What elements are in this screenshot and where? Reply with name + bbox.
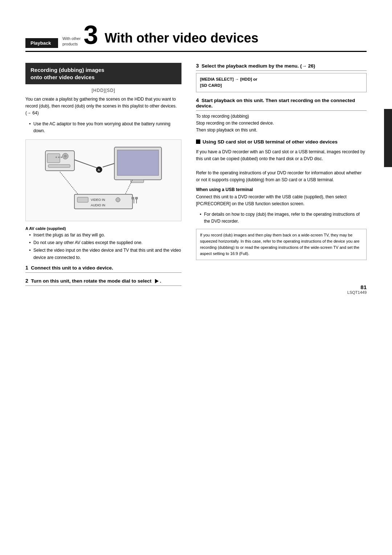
svg-line-21 (125, 180, 132, 194)
svg-text:VIDEO IN: VIDEO IN (91, 198, 105, 202)
page-number: 81 (347, 284, 367, 290)
svg-rect-16 (77, 197, 88, 202)
svg-rect-22 (132, 197, 134, 199)
annotation-bullet-2: Do not use any other AV cables except th… (29, 239, 181, 246)
svg-point-5 (56, 157, 57, 158)
usb-bullet-1: For details on how to copy (dub) the ima… (200, 211, 367, 225)
svg-rect-23 (135, 197, 138, 199)
section2-heading: Using SD card slot or USB terminal of ot… (196, 139, 367, 146)
usb-heading: When using a USB terminal (196, 187, 367, 192)
step-4: 4 Start playback on this unit. Then star… (196, 97, 367, 134)
breadcrumb-section: Playback (25, 38, 58, 48)
play-icon (155, 279, 159, 283)
svg-text:AUDIO IN: AUDIO IN (91, 203, 105, 207)
step-2: 2 Turn on this unit, then rotate the mod… (25, 278, 181, 286)
step-2-number: 2 (25, 278, 28, 284)
svg-rect-1 (47, 154, 60, 163)
step-1-heading: 1 Connect this unit to a video device. (25, 265, 181, 273)
annotation-bullets: Insert the plugs as far as they will go.… (25, 232, 181, 261)
step-2-text: Turn on this unit, then rotate the mode … (31, 278, 151, 284)
svg-point-6 (58, 157, 60, 158)
stop-recording-note: To stop recording (dubbing) Stop recordi… (196, 113, 367, 134)
margin-bar (384, 109, 392, 167)
left-column: Recording (dubbing) imagesonto other vid… (25, 63, 181, 291)
annotation-bullet-1: Insert the plugs as far as they will go. (29, 232, 181, 239)
svg-point-3 (64, 155, 67, 158)
step-3-number: 3 (196, 63, 199, 69)
body-text: You can create a playlist by gathering t… (25, 96, 181, 117)
svg-point-7 (61, 157, 62, 158)
step-4-text: Start playback on this unit. Then start … (196, 98, 355, 109)
footer-code: LSQT1449 (347, 290, 367, 295)
note-box: If you record (dub) images and then play… (196, 229, 367, 260)
section2-title: Using SD card slot or USB terminal of ot… (203, 139, 338, 146)
usb-bullets: For details on how to copy (dub) the ima… (196, 211, 367, 225)
tips-list: Use the AC adaptor to free you from worr… (25, 121, 181, 134)
chapter-header: Playback With otherproducts 3 With other… (25, 22, 367, 52)
step-2-heading: 2 Turn on this unit, then rotate the mod… (25, 278, 181, 286)
svg-point-17 (116, 198, 120, 202)
black-square-icon (196, 139, 200, 144)
step-1: 1 Connect this unit to a video device. (25, 265, 181, 273)
footer: 81 LSQT1449 (347, 284, 367, 295)
annotation-a-label: A AV cable (supplied) (25, 226, 181, 231)
usb-body: Connect this unit to a DVD recorder with… (196, 194, 367, 207)
device-diagram: A VIDEO IN AUDIO IN (25, 139, 181, 221)
section2-body: If you have a DVD recorder with an SD ca… (196, 149, 367, 183)
section-heading-text: Recording (dubbing) imagesonto other vid… (30, 67, 104, 80)
svg-line-20 (60, 172, 78, 194)
step-2-period: . (160, 278, 162, 284)
step-1-text: Connect this unit to a video device. (31, 265, 113, 271)
annotation-bullet-3: Select the video input on the video devi… (29, 247, 181, 261)
step-4-heading: 4 Start playback on this unit. Then star… (196, 97, 367, 111)
svg-rect-4 (48, 165, 70, 167)
media-label: [HDD][SD] (25, 88, 181, 93)
list-item: Use the AC adaptor to free you from worr… (29, 121, 181, 134)
media-select-box: [MEDIA SELECT] → [HDD] or[SD CARD] (196, 73, 367, 92)
svg-rect-13 (131, 180, 144, 183)
step-1-number: 1 (25, 265, 28, 271)
right-column: 3 Select the playback medium by the menu… (196, 63, 367, 291)
svg-line-14 (103, 163, 114, 167)
section-heading: Recording (dubbing) imagesonto other vid… (25, 63, 181, 84)
svg-text:A: A (98, 168, 100, 172)
step-3: 3 Select the playback medium by the menu… (196, 63, 367, 92)
chapter-title: With other video devices (105, 31, 258, 48)
chapter-number: 3 (83, 22, 98, 48)
breadcrumb-sub: With otherproducts (62, 36, 81, 48)
media-select-label: [MEDIA SELECT] → [HDD] or[SD CARD] (200, 77, 257, 88)
diagram-svg: A VIDEO IN AUDIO IN (38, 143, 169, 216)
page: Playback With otherproducts 3 With other… (0, 0, 392, 313)
svg-line-8 (74, 160, 100, 169)
step-4-number: 4 (196, 97, 199, 103)
main-content: Recording (dubbing) imagesonto other vid… (25, 63, 367, 291)
note-text: If you record (dub) images and then play… (200, 233, 359, 256)
svg-rect-12 (117, 150, 159, 175)
breadcrumb-subsection: With otherproducts (62, 36, 81, 46)
step-3-text: Select the playback medium by the menu. … (201, 63, 315, 69)
step-3-heading: 3 Select the playback medium by the menu… (196, 63, 367, 71)
